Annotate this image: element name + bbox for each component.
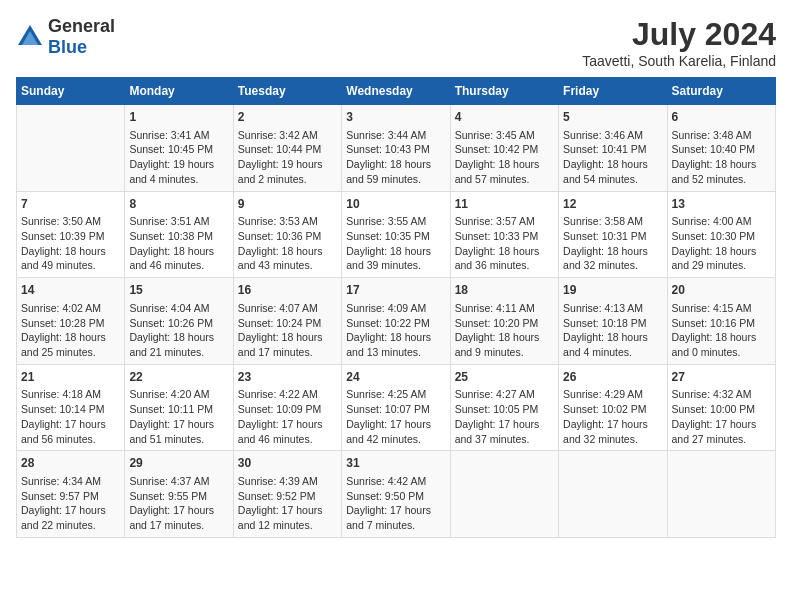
day-info-line: Sunrise: 4:37 AM [129, 474, 228, 489]
day-info-line: Sunset: 10:24 PM [238, 316, 337, 331]
day-number: 5 [563, 109, 662, 126]
day-info-line: Daylight: 19 hours [129, 157, 228, 172]
calendar-cell: 14Sunrise: 4:02 AMSunset: 10:28 PMDaylig… [17, 278, 125, 365]
day-info-line: Sunrise: 3:44 AM [346, 128, 445, 143]
calendar-week-2: 7Sunrise: 3:50 AMSunset: 10:39 PMDayligh… [17, 191, 776, 278]
day-info-line: Daylight: 18 hours [21, 330, 120, 345]
day-info-line: and 46 minutes. [238, 432, 337, 447]
day-info-line: Daylight: 18 hours [346, 330, 445, 345]
day-info-line: Daylight: 19 hours [238, 157, 337, 172]
subtitle: Taavetti, South Karelia, Finland [582, 53, 776, 69]
day-info-line: and 43 minutes. [238, 258, 337, 273]
calendar-week-3: 14Sunrise: 4:02 AMSunset: 10:28 PMDaylig… [17, 278, 776, 365]
calendar-cell: 1Sunrise: 3:41 AMSunset: 10:45 PMDayligh… [125, 105, 233, 192]
day-info-line: Daylight: 18 hours [672, 244, 771, 259]
day-info-line: Daylight: 18 hours [129, 330, 228, 345]
day-info-line: and 46 minutes. [129, 258, 228, 273]
header-sunday: Sunday [17, 78, 125, 105]
calendar-cell: 16Sunrise: 4:07 AMSunset: 10:24 PMDaylig… [233, 278, 341, 365]
day-number: 23 [238, 369, 337, 386]
day-info-line: Sunrise: 4:09 AM [346, 301, 445, 316]
day-number: 28 [21, 455, 120, 472]
main-title: July 2024 [582, 16, 776, 53]
calendar-cell: 25Sunrise: 4:27 AMSunset: 10:05 PMDaylig… [450, 364, 558, 451]
calendar-cell: 6Sunrise: 3:48 AMSunset: 10:40 PMDayligh… [667, 105, 775, 192]
day-info-line: Sunset: 10:41 PM [563, 142, 662, 157]
calendar-cell: 5Sunrise: 3:46 AMSunset: 10:41 PMDayligh… [559, 105, 667, 192]
title-area: July 2024 Taavetti, South Karelia, Finla… [582, 16, 776, 69]
day-info-line: Sunset: 9:57 PM [21, 489, 120, 504]
day-number: 8 [129, 196, 228, 213]
day-info-line: Sunrise: 3:57 AM [455, 214, 554, 229]
day-info-line: and 29 minutes. [672, 258, 771, 273]
day-info-line: Daylight: 18 hours [238, 330, 337, 345]
day-info-line: Daylight: 17 hours [238, 417, 337, 432]
calendar-cell: 27Sunrise: 4:32 AMSunset: 10:00 PMDaylig… [667, 364, 775, 451]
day-number: 17 [346, 282, 445, 299]
day-info-line: Sunrise: 3:55 AM [346, 214, 445, 229]
day-info-line: Sunrise: 4:00 AM [672, 214, 771, 229]
day-info-line: Daylight: 17 hours [21, 503, 120, 518]
day-info-line: Daylight: 18 hours [21, 244, 120, 259]
day-number: 24 [346, 369, 445, 386]
day-info-line: Sunset: 10:16 PM [672, 316, 771, 331]
day-number: 13 [672, 196, 771, 213]
day-info-line: Sunset: 10:00 PM [672, 402, 771, 417]
calendar-cell: 4Sunrise: 3:45 AMSunset: 10:42 PMDayligh… [450, 105, 558, 192]
day-info-line: Sunrise: 4:04 AM [129, 301, 228, 316]
day-info-line: Sunset: 10:14 PM [21, 402, 120, 417]
calendar-cell: 11Sunrise: 3:57 AMSunset: 10:33 PMDaylig… [450, 191, 558, 278]
day-info-line: and 49 minutes. [21, 258, 120, 273]
day-number: 6 [672, 109, 771, 126]
day-number: 11 [455, 196, 554, 213]
day-number: 15 [129, 282, 228, 299]
header-row: Sunday Monday Tuesday Wednesday Thursday… [17, 78, 776, 105]
day-info-line: Daylight: 18 hours [238, 244, 337, 259]
day-info-line: Daylight: 18 hours [563, 157, 662, 172]
day-info-line: Sunset: 9:55 PM [129, 489, 228, 504]
day-info-line: and 17 minutes. [238, 345, 337, 360]
calendar-week-5: 28Sunrise: 4:34 AMSunset: 9:57 PMDayligh… [17, 451, 776, 538]
day-info-line: and 36 minutes. [455, 258, 554, 273]
day-info-line: Sunset: 10:36 PM [238, 229, 337, 244]
day-number: 20 [672, 282, 771, 299]
calendar-week-1: 1Sunrise: 3:41 AMSunset: 10:45 PMDayligh… [17, 105, 776, 192]
calendar-week-4: 21Sunrise: 4:18 AMSunset: 10:14 PMDaylig… [17, 364, 776, 451]
day-info-line: Sunset: 10:35 PM [346, 229, 445, 244]
day-info-line: Sunset: 10:33 PM [455, 229, 554, 244]
day-info-line: Sunset: 10:02 PM [563, 402, 662, 417]
logo-general: General [48, 16, 115, 36]
header-thursday: Thursday [450, 78, 558, 105]
day-number: 4 [455, 109, 554, 126]
day-number: 30 [238, 455, 337, 472]
day-number: 22 [129, 369, 228, 386]
day-number: 19 [563, 282, 662, 299]
day-info-line: Daylight: 18 hours [455, 330, 554, 345]
day-info-line: Sunrise: 4:07 AM [238, 301, 337, 316]
day-info-line: Sunset: 10:39 PM [21, 229, 120, 244]
calendar-cell: 24Sunrise: 4:25 AMSunset: 10:07 PMDaylig… [342, 364, 450, 451]
day-info-line: Sunrise: 4:13 AM [563, 301, 662, 316]
day-info-line: Daylight: 17 hours [346, 503, 445, 518]
day-info-line: Sunrise: 4:02 AM [21, 301, 120, 316]
day-info-line: and 21 minutes. [129, 345, 228, 360]
calendar-cell: 23Sunrise: 4:22 AMSunset: 10:09 PMDaylig… [233, 364, 341, 451]
day-info-line: Sunset: 10:20 PM [455, 316, 554, 331]
calendar-cell [17, 105, 125, 192]
header-tuesday: Tuesday [233, 78, 341, 105]
day-info-line: and 22 minutes. [21, 518, 120, 533]
day-info-line: and 27 minutes. [672, 432, 771, 447]
day-info-line: Sunrise: 4:32 AM [672, 387, 771, 402]
day-number: 21 [21, 369, 120, 386]
day-info-line: Daylight: 17 hours [21, 417, 120, 432]
calendar-cell: 20Sunrise: 4:15 AMSunset: 10:16 PMDaylig… [667, 278, 775, 365]
day-info-line: and 32 minutes. [563, 258, 662, 273]
calendar-cell: 28Sunrise: 4:34 AMSunset: 9:57 PMDayligh… [17, 451, 125, 538]
day-info-line: Sunrise: 4:20 AM [129, 387, 228, 402]
day-info-line: Sunset: 10:30 PM [672, 229, 771, 244]
day-info-line: and 0 minutes. [672, 345, 771, 360]
day-info-line: Sunset: 10:26 PM [129, 316, 228, 331]
day-number: 25 [455, 369, 554, 386]
day-info-line: Sunset: 10:22 PM [346, 316, 445, 331]
day-number: 16 [238, 282, 337, 299]
